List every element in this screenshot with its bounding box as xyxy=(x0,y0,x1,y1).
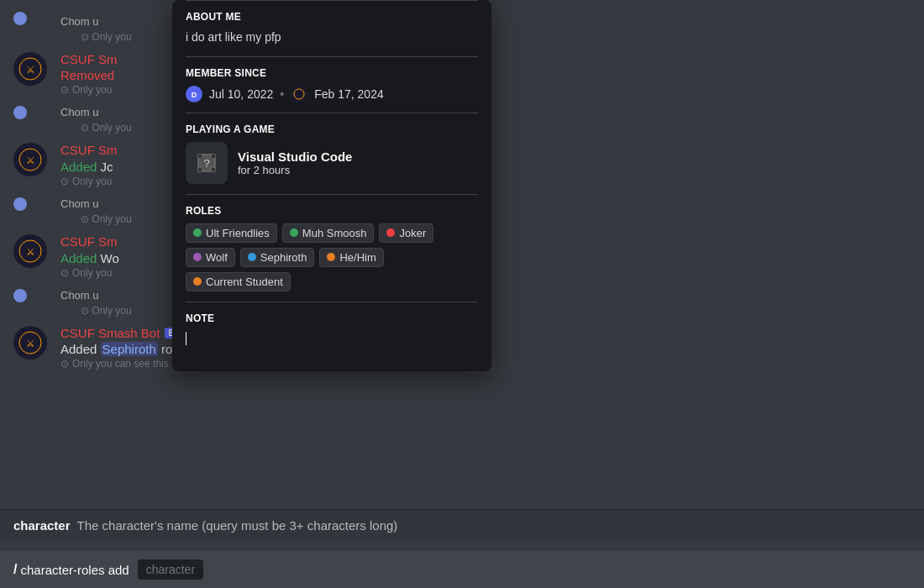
bot-username: CSUF Sm xyxy=(60,52,118,66)
only-you-text: Only you xyxy=(72,176,112,187)
svg-text:⚔: ⚔ xyxy=(26,246,35,258)
role-tag: Ult Friendlies xyxy=(186,223,277,243)
avatar xyxy=(13,106,27,119)
message-content: CSUF Sm Removed ⊙ Only you xyxy=(60,52,118,96)
role-tag: Muh Smoosh xyxy=(282,223,375,243)
message-text: Added Wo xyxy=(60,251,119,265)
note-cursor xyxy=(186,332,186,345)
message-content: CSUF Sm Added Jc ⊙ Only you xyxy=(60,143,118,187)
only-you-text: Only you xyxy=(72,84,112,96)
svg-text:⚔: ⚔ xyxy=(26,338,35,349)
svg-point-16 xyxy=(197,167,202,172)
chom-username: Chom u xyxy=(60,106,99,118)
suggestion-description: The character's name (query must be 3+ c… xyxy=(77,518,398,533)
note-section: NOTE xyxy=(172,302,491,371)
role-tag: Current Student xyxy=(186,272,291,291)
role-name: He/Him xyxy=(339,251,375,264)
role-dot xyxy=(193,228,202,237)
chom-username: Chom u xyxy=(60,289,99,302)
role-dot xyxy=(327,253,335,261)
game-duration: for 2 hours xyxy=(238,164,352,176)
date-separator: • xyxy=(280,87,284,101)
member-since-label: MEMBER SINCE xyxy=(186,67,478,79)
chom-username: Chom u xyxy=(60,15,99,28)
only-you-text: Only you xyxy=(72,267,112,279)
svg-point-10 xyxy=(294,89,304,99)
avatar xyxy=(13,289,27,302)
only-you-text: ⊙ Only you xyxy=(81,305,132,317)
role-tag: Wolf xyxy=(186,248,235,267)
message-text: Added Jc xyxy=(60,160,118,174)
chat-area: Chom u ⊙ Only you ⚔ CSUF Sm Removed ⊙ xyxy=(0,0,924,588)
playing-label: PLAYING A GAME xyxy=(186,123,478,135)
role-tag: He/Him xyxy=(319,248,383,267)
roles-section: ROLES Ult FriendliesMuh SmooshJokerWolfS… xyxy=(172,195,491,302)
avatar: ⚔ xyxy=(13,143,47,176)
role-name: Wolf xyxy=(206,251,228,264)
game-icon: ? xyxy=(186,142,228,184)
only-you-text: ⊙ Only you xyxy=(81,122,132,134)
role-dot xyxy=(193,253,202,261)
role-name: Joker xyxy=(399,227,426,239)
playing-section: PLAYING A GAME ? Visual Studio Code xyxy=(172,113,491,194)
avatar xyxy=(13,197,27,211)
bot-username: CSUF Sm xyxy=(60,234,118,249)
message-text: Removed xyxy=(60,68,118,82)
avatar: ⚔ xyxy=(13,234,47,268)
svg-text:?: ? xyxy=(203,157,209,170)
role-tag: Joker xyxy=(379,223,433,243)
note-content[interactable] xyxy=(186,331,478,361)
game-info: Visual Studio Code for 2 hours xyxy=(238,150,352,176)
bot-username: CSUF Sm xyxy=(60,143,118,157)
member-since-row: D Jul 10, 2022 • Feb 17, 2024 xyxy=(186,86,478,102)
eye-icon: ⊙ xyxy=(60,176,69,187)
command-arg-box[interactable]: character xyxy=(138,559,203,580)
member-since-section: MEMBER SINCE D Jul 10, 2022 • Feb 17, 20… xyxy=(172,57,491,113)
svg-point-14 xyxy=(197,154,202,159)
role-dot xyxy=(290,228,298,237)
roles-grid: Ult FriendliesMuh SmooshJokerWolfSephiro… xyxy=(186,223,478,291)
svg-point-17 xyxy=(211,167,216,172)
eye-icon: ⊙ xyxy=(60,358,69,370)
about-me-label: ABOUT ME xyxy=(186,11,478,23)
role-name: Ult Friendlies xyxy=(206,227,270,239)
only-you-text: Only you can see this xyxy=(72,358,169,370)
role-name: Muh Smoosh xyxy=(302,227,367,239)
only-you-text: ⊙ Only you xyxy=(81,31,132,43)
suggestion-bar: character The character's name (query mu… xyxy=(0,509,924,541)
about-me-text: i do art like my pfp xyxy=(186,29,478,46)
server-icon xyxy=(291,86,307,102)
role-name: Sephiroth xyxy=(260,251,307,264)
discord-join-date: Jul 10, 2022 xyxy=(209,87,273,101)
svg-point-15 xyxy=(211,154,216,159)
role-dot xyxy=(193,277,202,286)
command-bar: / character-roles add character xyxy=(0,551,924,588)
playing-game: ? Visual Studio Code for 2 hours xyxy=(186,142,478,184)
game-name: Visual Studio Code xyxy=(238,150,352,164)
avatar xyxy=(13,10,30,25)
role-mention: Sephiroth xyxy=(101,342,158,356)
role-tag: Sephiroth xyxy=(240,248,315,267)
profile-popup: ABOUT ME i do art like my pfp MEMBER SIN… xyxy=(172,0,491,371)
chom-username: Chom u xyxy=(60,197,99,210)
svg-text:⚔: ⚔ xyxy=(26,64,35,76)
only-you-text: ⊙ Only you xyxy=(81,213,132,225)
avatar: ⚔ xyxy=(13,52,47,86)
server-join-date: Feb 17, 2024 xyxy=(314,87,384,101)
avatar: ⚔ xyxy=(13,326,47,360)
about-me-section: ABOUT ME i do art like my pfp xyxy=(172,1,491,56)
slash-icon: / xyxy=(13,562,17,577)
svg-text:D: D xyxy=(192,91,197,99)
role-name: Current Student xyxy=(206,276,283,288)
role-dot xyxy=(386,228,395,237)
role-dot xyxy=(248,253,256,261)
bot-full-username: CSUF Smash Bot xyxy=(60,326,160,340)
roles-label: ROLES xyxy=(186,205,478,217)
discord-icon: D xyxy=(186,86,202,102)
suggestion-command[interactable]: character xyxy=(13,518,71,533)
command-text: character-roles add xyxy=(20,563,129,577)
eye-icon: ⊙ xyxy=(60,84,69,96)
eye-icon: ⊙ xyxy=(60,267,69,279)
svg-text:⚔: ⚔ xyxy=(26,155,35,166)
note-label: NOTE xyxy=(186,312,478,324)
